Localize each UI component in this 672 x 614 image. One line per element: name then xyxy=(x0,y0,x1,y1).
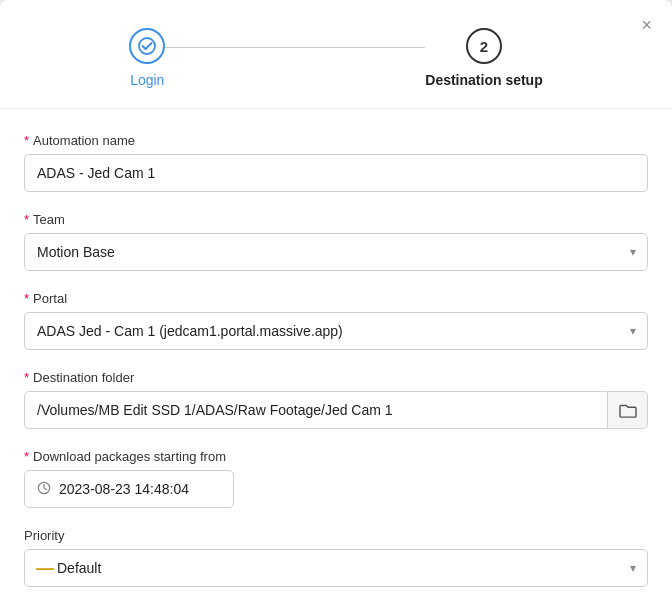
date-value: 2023-08-23 14:48:04 xyxy=(59,481,189,497)
step1-label: Login xyxy=(130,72,164,88)
portal-select[interactable]: ADAS Jed - Cam 1 (jedcam1.portal.massive… xyxy=(24,312,648,350)
svg-point-0 xyxy=(139,38,155,54)
date-picker-row[interactable]: 2023-08-23 14:48:04 xyxy=(24,470,234,508)
destination-folder-row xyxy=(24,391,648,429)
required-star-3: * xyxy=(24,291,29,306)
step-connector xyxy=(165,47,425,48)
priority-group: Priority Default High Low — ▾ xyxy=(24,528,648,587)
browse-folder-button[interactable] xyxy=(608,391,648,429)
required-star-2: * xyxy=(24,212,29,227)
download-packages-label: * Download packages starting from xyxy=(24,449,648,464)
required-star-1: * xyxy=(24,133,29,148)
team-select[interactable]: Motion Base xyxy=(24,233,648,271)
priority-label: Priority xyxy=(24,528,648,543)
clock-icon xyxy=(37,481,51,498)
download-packages-group: * Download packages starting from 2023-0… xyxy=(24,449,648,508)
team-select-wrapper: Motion Base ▾ xyxy=(24,233,648,271)
destination-folder-group: * Destination folder xyxy=(24,370,648,429)
automation-name-input[interactable] xyxy=(24,154,648,192)
destination-folder-input[interactable] xyxy=(24,391,608,429)
check-icon xyxy=(138,37,156,55)
team-group: * Team Motion Base ▾ xyxy=(24,212,648,271)
step2-label: Destination setup xyxy=(425,72,542,88)
priority-select[interactable]: Default High Low xyxy=(24,549,648,587)
team-label: * Team xyxy=(24,212,648,227)
clock-svg-icon xyxy=(37,481,51,495)
close-button[interactable]: × xyxy=(637,12,656,38)
step1-circle xyxy=(129,28,165,64)
portal-group: * Portal ADAS Jed - Cam 1 (jedcam1.porta… xyxy=(24,291,648,350)
automation-name-group: * Automation name xyxy=(24,133,648,192)
required-star-4: * xyxy=(24,370,29,385)
required-star-5: * xyxy=(24,449,29,464)
portal-label: * Portal xyxy=(24,291,648,306)
step-destination: 2 Destination setup xyxy=(425,28,542,88)
setup-modal: × Login 2 Destination setup * Auto xyxy=(0,0,672,614)
portal-select-wrapper: ADAS Jed - Cam 1 (jedcam1.portal.massive… xyxy=(24,312,648,350)
form-body: * Automation name * Team Motion Base ▾ *… xyxy=(0,133,672,587)
automation-name-label: * Automation name xyxy=(24,133,648,148)
stepper: Login 2 Destination setup xyxy=(0,0,672,109)
step2-circle: 2 xyxy=(466,28,502,64)
priority-select-wrapper: Default High Low — ▾ xyxy=(24,549,648,587)
destination-folder-label: * Destination folder xyxy=(24,370,648,385)
step-login: Login xyxy=(129,28,165,88)
folder-icon xyxy=(619,402,637,418)
